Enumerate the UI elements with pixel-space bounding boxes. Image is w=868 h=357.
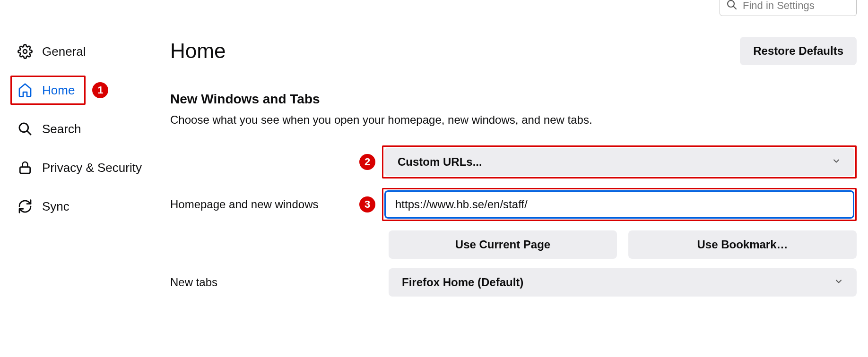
svg-rect-5	[20, 167, 30, 173]
select-value: Firefox Home (Default)	[402, 276, 523, 289]
annotation-badge-2: 2	[359, 154, 375, 170]
svg-point-2	[23, 50, 27, 53]
sidebar-item-privacy[interactable]: Privacy & Security	[10, 153, 153, 182]
chevron-down-icon	[834, 276, 843, 289]
use-current-page-button[interactable]: Use Current Page	[389, 230, 617, 259]
chevron-down-icon	[832, 155, 841, 169]
gear-icon	[17, 44, 33, 59]
main-content: Home Restore Defaults New Windows and Ta…	[170, 0, 868, 357]
new-tabs-label: New tabs	[170, 276, 359, 289]
sidebar-item-label: Home	[42, 83, 75, 98]
use-bookmark-button[interactable]: Use Bookmark…	[628, 230, 857, 259]
svg-line-4	[27, 131, 31, 135]
settings-search-input[interactable]	[720, 0, 857, 16]
sidebar-item-general[interactable]: General	[10, 37, 97, 66]
annotation-badge-3: 3	[359, 196, 375, 212]
svg-line-1	[733, 6, 736, 9]
annotation-badge-1: 1	[92, 82, 108, 98]
home-icon	[17, 83, 33, 98]
lock-icon	[17, 160, 33, 175]
sidebar-item-search[interactable]: Search	[10, 114, 92, 144]
homepage-mode-select[interactable]: Custom URLs...	[384, 148, 854, 176]
sidebar-item-label: General	[42, 44, 86, 59]
settings-sidebar: General Home 1 Search Privacy & Security	[0, 0, 170, 357]
section-title: New Windows and Tabs	[170, 92, 857, 107]
restore-defaults-button[interactable]: Restore Defaults	[740, 37, 857, 65]
new-tabs-select[interactable]: Firefox Home (Default)	[389, 268, 857, 297]
page-title: Home	[170, 39, 226, 63]
section-description: Choose what you see when you open your h…	[170, 113, 857, 127]
sidebar-item-label: Privacy & Security	[42, 161, 142, 175]
homepage-label: Homepage and new windows	[170, 198, 359, 211]
sync-icon	[17, 199, 33, 214]
search-icon	[726, 0, 738, 12]
sidebar-item-home[interactable]: Home	[10, 76, 86, 105]
homepage-url-input[interactable]	[384, 190, 854, 219]
sidebar-item-label: Search	[42, 122, 81, 136]
sidebar-item-sync[interactable]: Sync	[10, 192, 80, 221]
search-icon	[17, 121, 33, 136]
select-value: Custom URLs...	[398, 155, 482, 169]
sidebar-item-label: Sync	[42, 199, 69, 214]
